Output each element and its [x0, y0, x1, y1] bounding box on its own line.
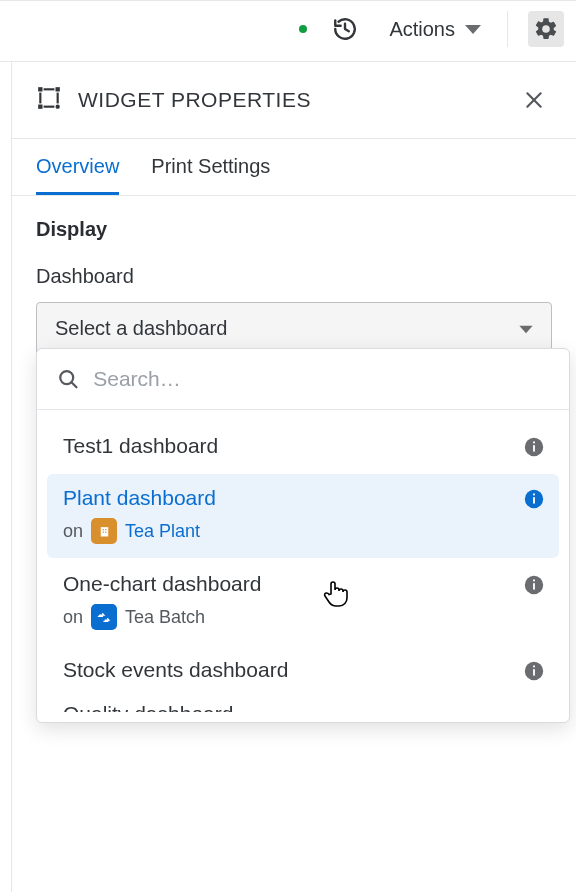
batch-chip-icon [91, 604, 117, 630]
svg-rect-1 [38, 87, 42, 91]
option-title: Stock events dashboard [63, 658, 543, 682]
tabs: Overview Print Settings [12, 139, 576, 196]
actions-label: Actions [389, 18, 455, 41]
panel-content: Display Dashboard Select a dashboard [12, 196, 576, 892]
svg-rect-17 [100, 527, 108, 536]
search-icon [57, 367, 79, 391]
svg-rect-26 [533, 583, 535, 589]
option-test1[interactable]: Test1 dashboard [47, 422, 559, 472]
svg-rect-20 [102, 531, 103, 532]
toolbar-divider [507, 11, 508, 47]
history-icon [332, 16, 358, 42]
widget-icon [36, 85, 62, 115]
option-title: Quality dashboard [63, 702, 543, 712]
svg-marker-11 [519, 325, 532, 333]
option-plant[interactable]: Plant dashboard on Tea Plant [47, 474, 559, 558]
section-title-display: Display [36, 218, 552, 241]
svg-rect-16 [533, 442, 535, 444]
panel-layout: WIDGET PROPERTIES Overview Print Setting… [0, 62, 576, 892]
option-stockevents[interactable]: Stock events dashboard [47, 646, 559, 696]
option-title: Test1 dashboard [63, 434, 543, 458]
svg-rect-8 [57, 93, 59, 104]
svg-rect-5 [44, 88, 55, 90]
dropdown-search-input[interactable] [93, 367, 549, 391]
svg-rect-7 [39, 93, 41, 104]
actions-menu-button[interactable]: Actions [383, 14, 487, 45]
svg-rect-2 [56, 87, 60, 91]
svg-rect-24 [533, 494, 535, 496]
option-context: Tea Plant [125, 521, 200, 542]
status-dot [299, 25, 307, 33]
top-toolbar: Actions [0, 0, 576, 62]
tab-print-settings[interactable]: Print Settings [151, 155, 270, 195]
close-icon [524, 90, 544, 110]
svg-line-13 [71, 382, 76, 387]
option-on-label: on [63, 607, 83, 628]
dashboard-dropdown: Test1 dashboard Plant dashboard on T [36, 348, 570, 723]
tab-overview[interactable]: Overview [36, 155, 119, 195]
chevron-down-icon [519, 324, 533, 334]
properties-panel: WIDGET PROPERTIES Overview Print Setting… [12, 62, 576, 892]
option-onechart[interactable]: One-chart dashboard on Tea Batch [47, 560, 559, 644]
panel-header: WIDGET PROPERTIES [12, 62, 576, 139]
svg-rect-29 [533, 669, 535, 675]
svg-rect-19 [105, 529, 106, 530]
svg-rect-30 [533, 666, 535, 668]
option-context: Tea Batch [125, 607, 205, 628]
gear-icon [533, 16, 559, 42]
history-button[interactable] [327, 11, 363, 47]
left-gutter [0, 62, 12, 892]
option-title: One-chart dashboard [63, 572, 543, 596]
dropdown-options: Test1 dashboard Plant dashboard on T [37, 410, 569, 722]
option-on-label: on [63, 521, 83, 542]
info-icon[interactable] [523, 660, 545, 682]
svg-rect-23 [533, 497, 535, 503]
info-icon[interactable] [523, 488, 545, 510]
svg-rect-27 [533, 580, 535, 582]
plant-chip-icon [91, 518, 117, 544]
info-icon[interactable] [523, 436, 545, 458]
close-panel-button[interactable] [516, 82, 552, 118]
svg-rect-15 [533, 445, 535, 451]
dropdown-search-row [37, 349, 569, 410]
chevron-down-icon [465, 23, 481, 35]
svg-rect-6 [44, 106, 55, 108]
option-title: Plant dashboard [63, 486, 543, 510]
svg-rect-21 [105, 531, 106, 532]
svg-marker-0 [465, 25, 481, 34]
dashboard-field-label: Dashboard [36, 265, 552, 288]
panel-title: WIDGET PROPERTIES [78, 88, 311, 112]
dashboard-select-placeholder: Select a dashboard [55, 317, 227, 340]
svg-rect-3 [38, 105, 42, 109]
svg-point-4 [56, 105, 60, 109]
info-icon[interactable] [523, 574, 545, 596]
svg-rect-18 [102, 529, 103, 530]
option-quality-partial[interactable]: Quality dashboard [47, 698, 559, 712]
settings-button[interactable] [528, 11, 564, 47]
